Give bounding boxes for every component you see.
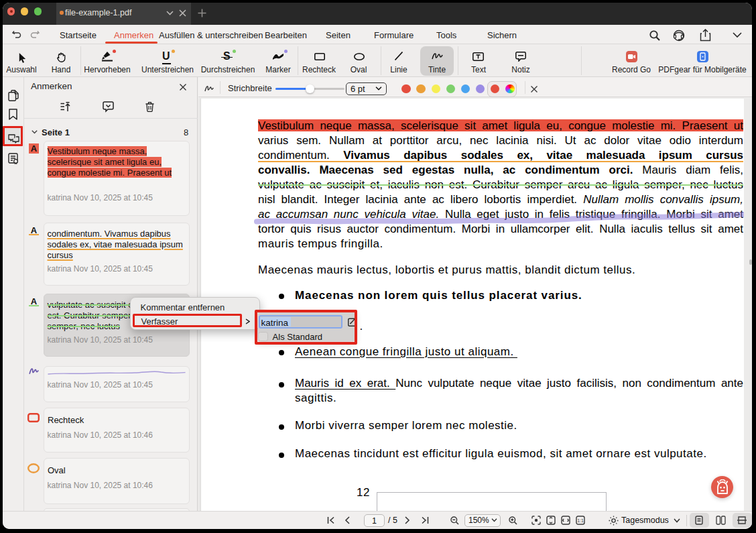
svg-text:1:1: 1:1 [577,518,584,523]
